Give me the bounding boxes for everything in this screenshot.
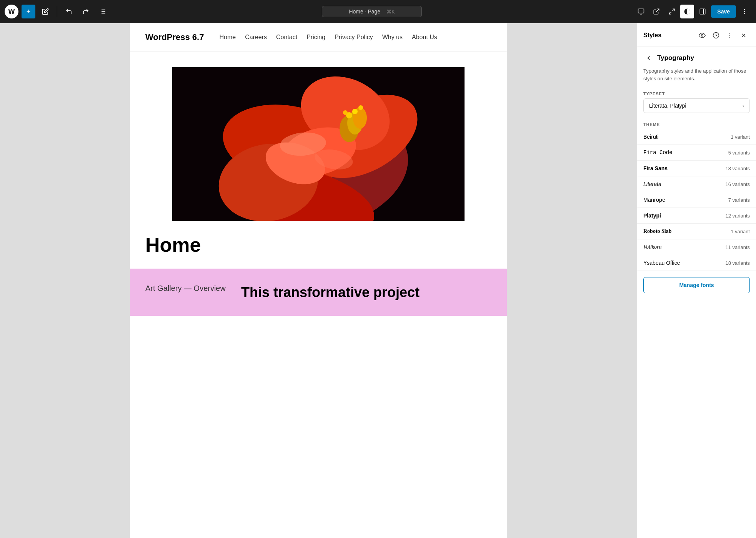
- font-list: Beiruti1 variantFira Code5 variantsFira …: [637, 129, 756, 271]
- panel-title: Styles: [643, 32, 661, 39]
- font-variants-beiruti: 1 variant: [731, 134, 750, 140]
- redo-button[interactable]: [79, 5, 93, 18]
- typeset-label: TYPESET: [637, 88, 756, 98]
- typeset-value: Literata, Platypi: [649, 103, 686, 109]
- font-variants-literata: 16 variants: [725, 181, 750, 187]
- add-button[interactable]: +: [22, 5, 35, 18]
- contrast-button[interactable]: [680, 5, 694, 18]
- separator-1: [57, 6, 57, 17]
- svg-point-32: [358, 105, 363, 110]
- pink-section: Art Gallery — Overview This transformati…: [130, 269, 507, 316]
- nav-item-careers[interactable]: Careers: [245, 34, 267, 41]
- font-row-fira-code[interactable]: Fira Code5 variants: [637, 145, 756, 161]
- typography-header: Typography: [637, 46, 756, 63]
- wp-logo[interactable]: W: [5, 5, 18, 18]
- svg-line-9: [656, 9, 659, 12]
- typography-desc: Typography styles and the application of…: [637, 63, 756, 88]
- font-variants-platypi: 12 variants: [725, 213, 750, 219]
- hero-image: [172, 67, 465, 221]
- svg-point-36: [701, 35, 703, 37]
- font-variants-vollkorn: 11 variants: [725, 244, 750, 250]
- font-row-roboto-slab[interactable]: Roboto Slab1 variant: [637, 224, 756, 239]
- nav-item-contact[interactable]: Contact: [276, 34, 297, 41]
- back-button[interactable]: [643, 53, 654, 63]
- svg-point-39: [729, 35, 730, 36]
- font-variants-fira-code: 5 variants: [728, 150, 750, 156]
- svg-point-15: [744, 9, 745, 10]
- canvas-area[interactable]: WordPress 6.7 HomeCareersContactPricingP…: [0, 23, 637, 538]
- svg-rect-6: [638, 9, 644, 13]
- svg-point-33: [343, 110, 348, 115]
- main-layout: WordPress 6.7 HomeCareersContactPricingP…: [0, 23, 756, 538]
- font-row-fira-sans[interactable]: Fira Sans18 variants: [637, 161, 756, 176]
- typography-title: Typography: [657, 54, 694, 62]
- home-heading: Home: [130, 221, 507, 256]
- title-input[interactable]: Home · Page ⌘K: [322, 6, 422, 17]
- site-logo[interactable]: WordPress 6.7: [145, 32, 204, 42]
- svg-line-10: [673, 9, 674, 11]
- svg-point-17: [744, 13, 745, 14]
- site-nav: HomeCareersContactPricingPrivacy PolicyW…: [219, 34, 437, 41]
- manage-fonts-button[interactable]: Manage fonts: [643, 277, 750, 293]
- list-view-button[interactable]: [96, 5, 110, 18]
- font-name-fira-code: Fira Code: [643, 149, 673, 156]
- panel-header-icons: [696, 29, 750, 42]
- toolbar: W + Home · Page ⌘K Save: [0, 0, 756, 23]
- pink-left-text: Art Gallery — Overview: [145, 284, 226, 293]
- site-header: WordPress 6.7 HomeCareersContactPricingP…: [130, 23, 507, 52]
- view-mode-button[interactable]: [634, 5, 648, 18]
- nav-item-privacy-policy[interactable]: Privacy Policy: [335, 34, 373, 41]
- svg-line-11: [669, 12, 671, 14]
- svg-point-40: [729, 37, 730, 38]
- font-row-beiruti[interactable]: Beiruti1 variant: [637, 129, 756, 145]
- svg-point-16: [744, 11, 745, 12]
- panel-header: Styles: [637, 23, 756, 46]
- nav-item-pricing[interactable]: Pricing: [306, 34, 325, 41]
- chevron-right-icon: ›: [742, 103, 744, 109]
- save-button[interactable]: Save: [711, 5, 736, 18]
- font-row-literata[interactable]: Literata16 variants: [637, 176, 756, 192]
- font-row-manrope[interactable]: Manrope7 variants: [637, 192, 756, 208]
- title-bar: Home · Page ⌘K: [113, 6, 631, 17]
- font-row-ysabeau-office[interactable]: Ysabeau Office18 variants: [637, 255, 756, 271]
- font-variants-ysabeau-office: 18 variants: [725, 260, 750, 266]
- font-name-beiruti: Beiruti: [643, 134, 659, 140]
- font-name-platypi: Platypi: [643, 213, 661, 219]
- styles-eye-button[interactable]: [696, 29, 708, 42]
- pen-button[interactable]: [38, 5, 52, 18]
- toolbar-right: Save: [634, 5, 751, 18]
- nav-item-why-us[interactable]: Why us: [382, 34, 403, 41]
- site-preview: WordPress 6.7 HomeCareersContactPricingP…: [130, 23, 507, 538]
- font-name-roboto-slab: Roboto Slab: [643, 228, 672, 234]
- font-name-fira-sans: Fira Sans: [643, 165, 668, 171]
- more-options-button[interactable]: [738, 5, 751, 18]
- svg-point-38: [729, 33, 730, 34]
- pink-right-text: This transformative project: [241, 284, 420, 301]
- page-title: Home · Page: [349, 8, 380, 15]
- styles-history-button[interactable]: [710, 29, 722, 42]
- svg-point-31: [352, 109, 358, 114]
- font-name-literata: Literata: [643, 181, 661, 187]
- styles-panel: Styles: [637, 23, 756, 538]
- nav-item-about-us[interactable]: About Us: [412, 34, 437, 41]
- font-name-ysabeau-office: Ysabeau Office: [643, 260, 680, 266]
- nav-item-home[interactable]: Home: [219, 34, 236, 41]
- font-variants-roboto-slab: 1 variant: [731, 229, 750, 234]
- font-row-platypi[interactable]: Platypi12 variants: [637, 208, 756, 224]
- font-name-vollkorn: Vollkorn: [643, 244, 661, 250]
- theme-label: THEME: [637, 119, 756, 129]
- shortcut-hint: ⌘K: [386, 9, 395, 15]
- undo-button[interactable]: [62, 5, 76, 18]
- sidebar-toggle-button[interactable]: [696, 5, 709, 18]
- panel-body: Typography Typography styles and the app…: [637, 46, 756, 538]
- svg-rect-13: [700, 9, 706, 14]
- font-name-manrope: Manrope: [643, 197, 665, 203]
- resize-button[interactable]: [665, 5, 679, 18]
- typeset-row[interactable]: Literata, Platypi ›: [643, 98, 750, 113]
- font-variants-manrope: 7 variants: [728, 197, 750, 203]
- preview-button[interactable]: [649, 5, 663, 18]
- styles-more-button[interactable]: [724, 29, 736, 42]
- font-row-vollkorn[interactable]: Vollkorn11 variants: [637, 239, 756, 255]
- styles-close-button[interactable]: [738, 29, 750, 42]
- font-variants-fira-sans: 18 variants: [725, 166, 750, 171]
